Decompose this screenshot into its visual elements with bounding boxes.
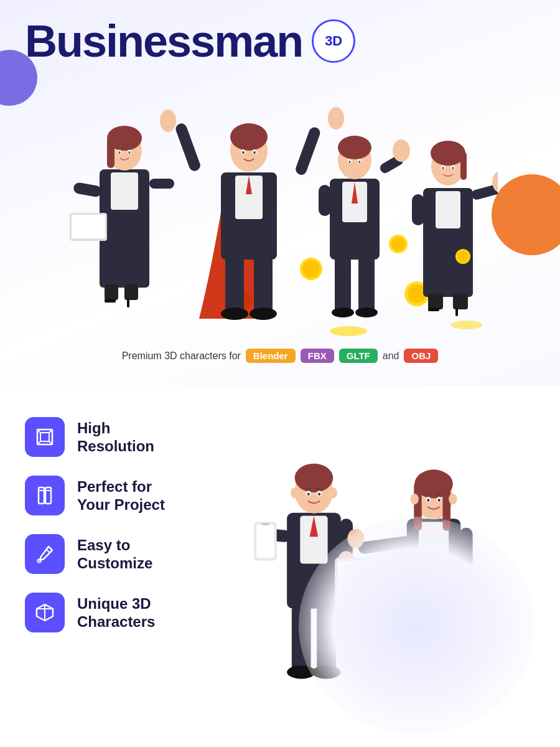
high-resolution-text: HighResolution [77, 417, 154, 456]
svg-rect-42 [254, 256, 273, 312]
svg-rect-87 [45, 487, 51, 504]
svg-point-3 [391, 237, 405, 251]
eyedropper-icon [35, 544, 55, 564]
svg-point-53 [359, 161, 361, 163]
easy-customize-title: Easy toCustomize [77, 537, 152, 573]
box-icon [35, 603, 55, 622]
svg-point-55 [393, 139, 410, 162]
unique-3d-text: Unique 3DCharacters [77, 593, 155, 631]
easy-customize-icon-box [25, 534, 65, 574]
phone-panel-icon [35, 486, 55, 505]
perfect-for-title: Perfect forYour Project [77, 478, 165, 514]
svg-rect-24 [105, 284, 118, 300]
svg-rect-75 [453, 294, 468, 309]
svg-point-70 [452, 167, 454, 169]
svg-point-9 [451, 321, 482, 329]
badge-fbx: FBX [301, 349, 334, 363]
badge-gltf: GLTF [339, 349, 378, 363]
svg-point-65 [431, 141, 465, 166]
svg-point-128 [438, 499, 441, 502]
svg-rect-12 [111, 172, 138, 210]
unique-3d-title: Unique 3DCharacters [77, 595, 155, 631]
svg-rect-86 [39, 487, 44, 504]
svg-rect-74 [428, 294, 443, 309]
svg-point-101 [329, 487, 337, 498]
and-text: and [383, 350, 399, 362]
svg-point-1 [302, 260, 320, 278]
top-section: Businessman 3D [0, 0, 560, 386]
badge-blender: Blender [246, 349, 296, 363]
title-row: Businessman 3D [25, 19, 535, 63]
svg-rect-15 [107, 137, 114, 168]
svg-point-91 [38, 560, 41, 563]
svg-rect-58 [358, 256, 375, 312]
features-column: HighResolution Perfect forYour Project [25, 411, 236, 735]
svg-rect-57 [335, 256, 351, 312]
svg-rect-25 [124, 284, 138, 300]
unique-3d-icon-box [25, 593, 65, 632]
svg-rect-37 [174, 122, 202, 172]
svg-rect-41 [225, 256, 244, 312]
svg-rect-76 [428, 308, 439, 311]
format-row: Premium 3D characters for Blender FBX GL… [25, 337, 535, 369]
svg-point-43 [221, 308, 248, 320]
feature-easy-customize: Easy toCustomize [25, 534, 236, 574]
svg-point-99 [295, 464, 334, 492]
badge-obj: OBJ [404, 349, 438, 363]
svg-point-8 [330, 326, 367, 336]
bottom-section: HighResolution Perfect forYour Project [0, 386, 560, 747]
svg-point-40 [328, 107, 344, 129]
svg-point-52 [349, 161, 351, 163]
svg-rect-63 [436, 191, 460, 228]
svg-rect-11 [100, 244, 149, 288]
svg-rect-39 [294, 126, 322, 176]
characters-area [25, 70, 535, 337]
format-text: Premium 3D characters for [122, 350, 241, 362]
svg-rect-20 [73, 182, 102, 198]
easy-customize-text: Easy toCustomize [77, 534, 152, 573]
svg-point-36 [253, 151, 256, 154]
svg-rect-56 [319, 185, 331, 216]
perfect-for-icon-box [25, 476, 65, 515]
resize-icon [35, 427, 55, 447]
svg-point-44 [250, 308, 277, 320]
svg-rect-108 [256, 525, 274, 558]
feature-perfect-for: Perfect forYour Project [25, 476, 236, 515]
svg-point-69 [442, 167, 444, 169]
svg-point-19 [129, 151, 131, 154]
svg-point-32 [230, 123, 268, 151]
svg-point-123 [410, 494, 418, 504]
svg-point-124 [449, 494, 457, 504]
svg-line-90 [46, 549, 50, 553]
svg-rect-66 [460, 152, 467, 180]
svg-point-35 [242, 151, 245, 154]
feature-high-resolution: HighResolution [25, 417, 236, 457]
bottom-characters-col [236, 411, 535, 735]
feature-unique-3d: Unique 3DCharacters [25, 593, 236, 632]
svg-point-38 [160, 110, 176, 132]
badge-3d: 3D [312, 19, 355, 63]
svg-rect-77 [455, 308, 458, 316]
svg-point-79 [457, 251, 469, 262]
svg-point-59 [332, 308, 354, 317]
high-resolution-title: HighResolution [77, 420, 154, 456]
perfect-for-text: Perfect forYour Project [77, 476, 165, 514]
svg-rect-22 [72, 215, 105, 238]
svg-point-60 [355, 308, 378, 317]
high-resolution-icon-box [25, 417, 65, 457]
svg-rect-81 [40, 433, 49, 441]
svg-rect-109 [262, 523, 269, 525]
characters-svg [62, 70, 498, 337]
svg-rect-23 [149, 179, 174, 189]
svg-rect-26 [105, 299, 116, 303]
svg-rect-27 [127, 299, 129, 308]
svg-point-49 [338, 136, 371, 159]
light-blob [299, 517, 535, 735]
svg-rect-73 [412, 194, 424, 225]
main-title: Businessman [25, 19, 302, 63]
svg-point-104 [307, 492, 310, 496]
svg-point-105 [318, 492, 320, 496]
svg-point-100 [291, 487, 299, 498]
svg-point-127 [427, 499, 429, 502]
svg-point-18 [119, 151, 121, 154]
